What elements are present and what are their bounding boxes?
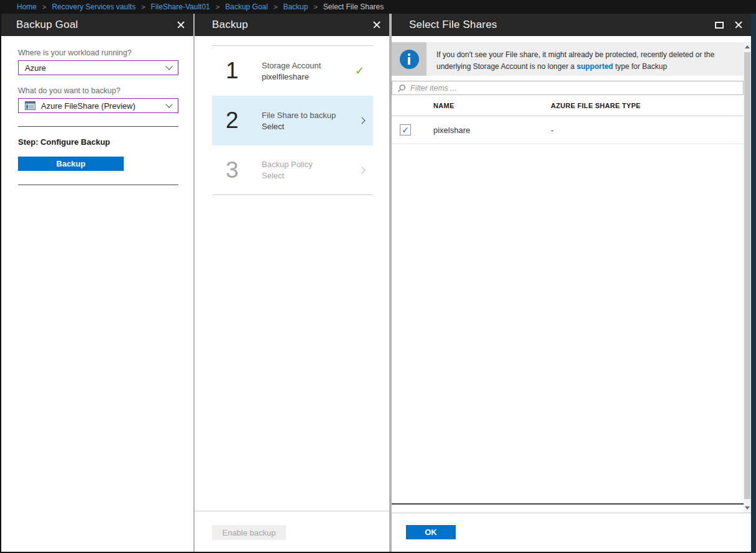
backup-what-select-value: Azure FileShare (Preview) [41,101,136,111]
breadcrumb-fileshare-vault01[interactable]: FileShare-Vault01 [151,2,210,11]
info-icon [400,50,419,69]
breadcrumb-separator: > [141,3,145,11]
table-row[interactable]: ✓ pixelshare - [392,116,744,144]
info-icon-cell [392,42,426,76]
column-header-type: AZURE FILE SHARE TYPE [551,102,744,109]
breadcrumb-separator: > [274,3,277,11]
workload-select-value: Azure [25,63,46,73]
breadcrumb-select-file-shares: Select File Shares [323,2,384,11]
filter-box [392,81,744,95]
step-title: Storage Account [262,61,321,70]
right-edge-strip [751,14,756,553]
configure-backup-heading: Step: Configure Backup [18,137,178,147]
info-text-after: type for Backup [613,62,667,71]
step-number: 3 [226,157,262,183]
step-title: Backup Policy [262,160,313,169]
divider [18,185,178,185]
file-share-type: - [551,126,744,135]
close-icon[interactable] [735,21,742,29]
step-storage-account[interactable]: 1 Storage Account pixelfileshare ✓ [212,46,373,96]
info-banner-text: If you don't see your File share, it mig… [426,42,744,76]
select-file-shares-header: Select File Shares [392,14,751,36]
backup-panel-footer: Enable backup [195,511,389,552]
backup-goal-panel: Backup Goal Where is your workload runni… [0,14,195,552]
workload-select[interactable]: Azure [18,60,178,75]
maximize-icon[interactable] [715,22,724,29]
filter-items-input[interactable] [410,84,738,93]
list-bottom-border [392,503,744,505]
scroll-down-icon[interactable] [745,506,750,510]
divider [18,126,178,127]
row-checkbox[interactable]: ✓ [400,124,411,135]
table-header-row: NAME AZURE FILE SHARE TYPE [392,95,744,116]
ok-button[interactable]: OK [406,525,456,539]
chevron-down-icon [165,63,172,70]
checkbox-check-icon: ✓ [402,126,409,134]
breadcrumb: Home > Recovery Services vaults > FileSh… [0,0,756,14]
close-icon[interactable] [177,21,185,29]
breadcrumb-separator: > [42,3,46,11]
select-file-shares-panel: Select File Shares If you don't see your… [390,14,751,552]
backup-what-select[interactable]: Azure FileShare (Preview) [18,98,178,113]
step-number: 1 [226,58,262,84]
backup-button[interactable]: Backup [18,157,124,171]
step-subtitle: Select [262,122,336,131]
backup-goal-title: Backup Goal [16,19,78,31]
chevron-right-icon [358,167,365,173]
supported-link[interactable]: supported [576,62,613,71]
close-icon[interactable] [373,21,380,29]
breadcrumb-backup[interactable]: Backup [283,2,308,11]
step-file-share-to-backup[interactable]: 2 File Share to backup Select [212,96,373,145]
column-header-name: NAME [392,102,551,109]
chevron-right-icon [358,117,365,124]
chevron-down-icon [165,101,172,107]
enable-backup-button[interactable]: Enable backup [212,525,286,540]
backup-header: Backup [195,14,389,36]
scroll-up-icon[interactable] [745,45,750,48]
backup-what-label: What do you want to backup? [18,86,178,95]
file-shares-table: NAME AZURE FILE SHARE TYPE ✓ pixelshare … [392,95,744,144]
scrollbar-thumb[interactable] [744,52,750,499]
step-backup-policy: 3 Backup Policy Select [212,145,373,195]
step-title: File Share to backup [262,111,336,120]
backup-panel: Backup 1 Storage Account pixelfileshare … [195,14,390,552]
breadcrumb-separator: > [216,3,219,11]
step-number: 2 [226,107,262,134]
info-banner: If you don't see your File share, it mig… [392,42,744,76]
search-icon [397,84,406,93]
vertical-scrollbar[interactable] [744,42,751,513]
info-text-before: If you don't see your File share, it mig… [436,50,714,71]
step-subtitle: pixelfileshare [262,72,321,81]
file-share-name: pixelshare [392,126,551,135]
breadcrumb-recovery-services-vaults[interactable]: Recovery Services vaults [52,2,136,11]
select-file-shares-title: Select File Shares [409,19,497,31]
breadcrumb-backup-goal[interactable]: Backup Goal [225,2,268,11]
step-subtitle: Select [262,171,313,180]
backup-title: Backup [212,19,248,31]
backup-goal-header: Backup Goal [1,14,193,36]
footer-divider [392,513,751,513]
workload-question-label: Where is your workload running? [18,48,178,57]
breadcrumb-separator: > [313,3,317,11]
fileshare-icon [25,101,35,110]
breadcrumb-home[interactable]: Home [17,2,37,11]
check-icon: ✓ [355,64,364,78]
